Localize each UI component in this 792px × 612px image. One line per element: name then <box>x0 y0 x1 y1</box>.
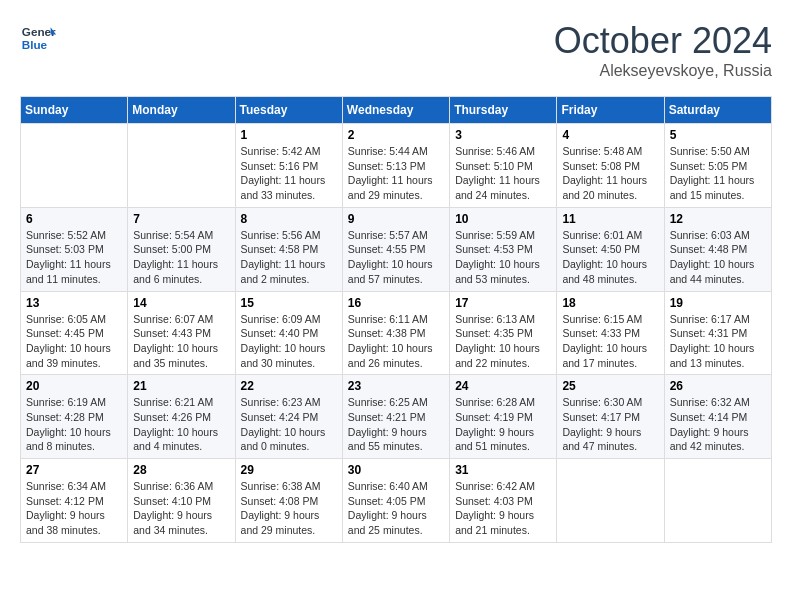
day-info: Sunrise: 6:36 AM Sunset: 4:10 PM Dayligh… <box>133 479 229 538</box>
day-info: Sunrise: 6:07 AM Sunset: 4:43 PM Dayligh… <box>133 312 229 371</box>
day-number: 23 <box>348 379 444 393</box>
calendar-cell: 1Sunrise: 5:42 AM Sunset: 5:16 PM Daylig… <box>235 124 342 208</box>
calendar-cell: 23Sunrise: 6:25 AM Sunset: 4:21 PM Dayli… <box>342 375 449 459</box>
week-row-2: 6Sunrise: 5:52 AM Sunset: 5:03 PM Daylig… <box>21 207 772 291</box>
calendar-cell <box>557 459 664 543</box>
calendar-cell: 15Sunrise: 6:09 AM Sunset: 4:40 PM Dayli… <box>235 291 342 375</box>
day-info: Sunrise: 5:44 AM Sunset: 5:13 PM Dayligh… <box>348 144 444 203</box>
weekday-header-saturday: Saturday <box>664 97 771 124</box>
calendar-cell: 2Sunrise: 5:44 AM Sunset: 5:13 PM Daylig… <box>342 124 449 208</box>
title-block: October 2024 Alekseyevskoye, Russia <box>554 20 772 80</box>
day-info: Sunrise: 5:46 AM Sunset: 5:10 PM Dayligh… <box>455 144 551 203</box>
calendar-cell: 6Sunrise: 5:52 AM Sunset: 5:03 PM Daylig… <box>21 207 128 291</box>
calendar-cell <box>21 124 128 208</box>
day-number: 11 <box>562 212 658 226</box>
day-number: 12 <box>670 212 766 226</box>
day-info: Sunrise: 6:25 AM Sunset: 4:21 PM Dayligh… <box>348 395 444 454</box>
day-number: 14 <box>133 296 229 310</box>
calendar-cell: 21Sunrise: 6:21 AM Sunset: 4:26 PM Dayli… <box>128 375 235 459</box>
day-number: 22 <box>241 379 337 393</box>
calendar-cell: 20Sunrise: 6:19 AM Sunset: 4:28 PM Dayli… <box>21 375 128 459</box>
day-number: 29 <box>241 463 337 477</box>
day-info: Sunrise: 5:42 AM Sunset: 5:16 PM Dayligh… <box>241 144 337 203</box>
calendar-cell: 24Sunrise: 6:28 AM Sunset: 4:19 PM Dayli… <box>450 375 557 459</box>
day-info: Sunrise: 5:52 AM Sunset: 5:03 PM Dayligh… <box>26 228 122 287</box>
day-number: 24 <box>455 379 551 393</box>
day-number: 2 <box>348 128 444 142</box>
day-number: 28 <box>133 463 229 477</box>
day-number: 4 <box>562 128 658 142</box>
weekday-header-monday: Monday <box>128 97 235 124</box>
day-info: Sunrise: 6:32 AM Sunset: 4:14 PM Dayligh… <box>670 395 766 454</box>
weekday-header-wednesday: Wednesday <box>342 97 449 124</box>
calendar-cell: 10Sunrise: 5:59 AM Sunset: 4:53 PM Dayli… <box>450 207 557 291</box>
week-row-4: 20Sunrise: 6:19 AM Sunset: 4:28 PM Dayli… <box>21 375 772 459</box>
calendar-cell: 26Sunrise: 6:32 AM Sunset: 4:14 PM Dayli… <box>664 375 771 459</box>
day-number: 13 <box>26 296 122 310</box>
week-row-5: 27Sunrise: 6:34 AM Sunset: 4:12 PM Dayli… <box>21 459 772 543</box>
calendar-cell: 30Sunrise: 6:40 AM Sunset: 4:05 PM Dayli… <box>342 459 449 543</box>
day-number: 5 <box>670 128 766 142</box>
day-number: 8 <box>241 212 337 226</box>
weekday-header-thursday: Thursday <box>450 97 557 124</box>
logo-icon: General Blue <box>20 20 56 56</box>
day-info: Sunrise: 6:21 AM Sunset: 4:26 PM Dayligh… <box>133 395 229 454</box>
calendar-cell: 31Sunrise: 6:42 AM Sunset: 4:03 PM Dayli… <box>450 459 557 543</box>
day-info: Sunrise: 5:48 AM Sunset: 5:08 PM Dayligh… <box>562 144 658 203</box>
weekday-header-sunday: Sunday <box>21 97 128 124</box>
day-number: 18 <box>562 296 658 310</box>
day-number: 15 <box>241 296 337 310</box>
location: Alekseyevskoye, Russia <box>554 62 772 80</box>
calendar-cell: 5Sunrise: 5:50 AM Sunset: 5:05 PM Daylig… <box>664 124 771 208</box>
day-number: 17 <box>455 296 551 310</box>
day-info: Sunrise: 6:19 AM Sunset: 4:28 PM Dayligh… <box>26 395 122 454</box>
day-number: 30 <box>348 463 444 477</box>
day-info: Sunrise: 6:30 AM Sunset: 4:17 PM Dayligh… <box>562 395 658 454</box>
day-info: Sunrise: 6:38 AM Sunset: 4:08 PM Dayligh… <box>241 479 337 538</box>
day-info: Sunrise: 6:03 AM Sunset: 4:48 PM Dayligh… <box>670 228 766 287</box>
day-number: 10 <box>455 212 551 226</box>
calendar-cell <box>664 459 771 543</box>
day-number: 6 <box>26 212 122 226</box>
day-info: Sunrise: 5:57 AM Sunset: 4:55 PM Dayligh… <box>348 228 444 287</box>
calendar-cell: 7Sunrise: 5:54 AM Sunset: 5:00 PM Daylig… <box>128 207 235 291</box>
day-number: 25 <box>562 379 658 393</box>
day-number: 16 <box>348 296 444 310</box>
weekday-header-row: SundayMondayTuesdayWednesdayThursdayFrid… <box>21 97 772 124</box>
day-number: 26 <box>670 379 766 393</box>
day-number: 7 <box>133 212 229 226</box>
calendar-cell: 8Sunrise: 5:56 AM Sunset: 4:58 PM Daylig… <box>235 207 342 291</box>
day-number: 9 <box>348 212 444 226</box>
calendar-cell: 11Sunrise: 6:01 AM Sunset: 4:50 PM Dayli… <box>557 207 664 291</box>
svg-text:Blue: Blue <box>22 38 48 51</box>
day-number: 3 <box>455 128 551 142</box>
day-number: 21 <box>133 379 229 393</box>
calendar-cell: 13Sunrise: 6:05 AM Sunset: 4:45 PM Dayli… <box>21 291 128 375</box>
day-info: Sunrise: 6:28 AM Sunset: 4:19 PM Dayligh… <box>455 395 551 454</box>
day-info: Sunrise: 6:42 AM Sunset: 4:03 PM Dayligh… <box>455 479 551 538</box>
calendar-cell: 28Sunrise: 6:36 AM Sunset: 4:10 PM Dayli… <box>128 459 235 543</box>
calendar-cell: 18Sunrise: 6:15 AM Sunset: 4:33 PM Dayli… <box>557 291 664 375</box>
day-number: 1 <box>241 128 337 142</box>
day-number: 31 <box>455 463 551 477</box>
calendar-cell: 3Sunrise: 5:46 AM Sunset: 5:10 PM Daylig… <box>450 124 557 208</box>
calendar-cell: 17Sunrise: 6:13 AM Sunset: 4:35 PM Dayli… <box>450 291 557 375</box>
day-info: Sunrise: 6:15 AM Sunset: 4:33 PM Dayligh… <box>562 312 658 371</box>
weekday-header-tuesday: Tuesday <box>235 97 342 124</box>
day-info: Sunrise: 6:13 AM Sunset: 4:35 PM Dayligh… <box>455 312 551 371</box>
page-header: General Blue October 2024 Alekseyevskoye… <box>20 20 772 80</box>
day-number: 20 <box>26 379 122 393</box>
calendar-cell: 12Sunrise: 6:03 AM Sunset: 4:48 PM Dayli… <box>664 207 771 291</box>
week-row-1: 1Sunrise: 5:42 AM Sunset: 5:16 PM Daylig… <box>21 124 772 208</box>
day-info: Sunrise: 6:34 AM Sunset: 4:12 PM Dayligh… <box>26 479 122 538</box>
calendar-cell: 27Sunrise: 6:34 AM Sunset: 4:12 PM Dayli… <box>21 459 128 543</box>
calendar-cell: 19Sunrise: 6:17 AM Sunset: 4:31 PM Dayli… <box>664 291 771 375</box>
calendar-cell: 22Sunrise: 6:23 AM Sunset: 4:24 PM Dayli… <box>235 375 342 459</box>
day-info: Sunrise: 5:59 AM Sunset: 4:53 PM Dayligh… <box>455 228 551 287</box>
week-row-3: 13Sunrise: 6:05 AM Sunset: 4:45 PM Dayli… <box>21 291 772 375</box>
calendar-cell <box>128 124 235 208</box>
calendar-table: SundayMondayTuesdayWednesdayThursdayFrid… <box>20 96 772 543</box>
calendar-cell: 14Sunrise: 6:07 AM Sunset: 4:43 PM Dayli… <box>128 291 235 375</box>
day-info: Sunrise: 6:01 AM Sunset: 4:50 PM Dayligh… <box>562 228 658 287</box>
day-info: Sunrise: 6:40 AM Sunset: 4:05 PM Dayligh… <box>348 479 444 538</box>
